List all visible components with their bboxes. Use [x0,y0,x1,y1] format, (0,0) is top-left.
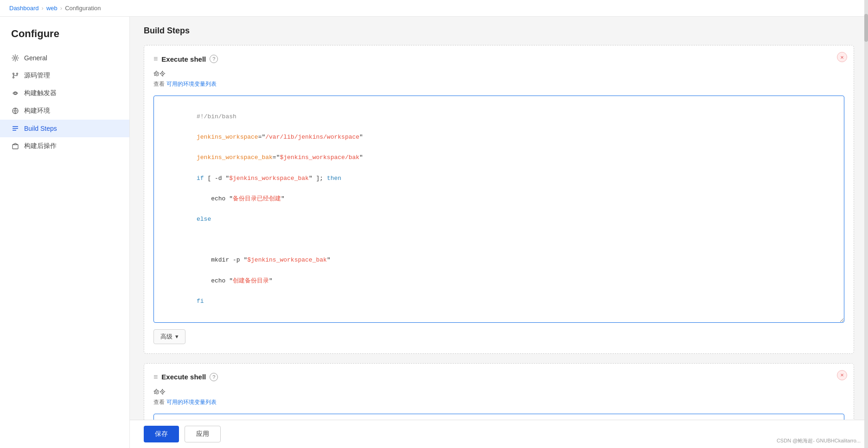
advanced-arrow-1: ▾ [175,333,179,340]
env-link-row-1: 查看 可用的环境变量列表 [153,80,844,92]
sidebar-item-triggers[interactable]: 构建触发器 [0,84,129,102]
close-button-2[interactable]: × [837,370,847,380]
close-button-1[interactable]: × [837,52,847,62]
breadcrumb: Dashboard › web › Configuration [0,0,868,17]
sidebar-item-environment-label: 构建环境 [24,107,50,115]
scrollbar[interactable] [864,0,868,448]
shell-card-1: ≡ Execute shell ? × 命令 查看 可用的环境变量列表 #!/b… [144,45,854,354]
card-header-2: ≡ Execute shell ? [153,373,844,381]
env-link-1[interactable]: 可用的环境变量列表 [166,80,217,88]
globe-icon [11,107,19,115]
gear-icon [11,54,19,62]
svg-point-3 [17,73,18,75]
breadcrumb-sep-2: › [60,5,62,12]
drag-icon-1[interactable]: ≡ [153,55,158,63]
card-title-2: Execute shell [161,373,206,381]
breadcrumb-item-web[interactable]: web [46,5,57,12]
svg-point-0 [14,57,17,59]
env-link-row-2: 查看 可用的环境变量列表 [153,398,844,410]
sidebar-title: Configure [0,24,129,49]
svg-point-2 [13,77,14,78]
svg-point-4 [14,92,16,94]
sidebar-item-post-build[interactable]: 构建后操作 [0,137,129,155]
trigger-icon [11,89,19,97]
svg-point-1 [13,73,14,75]
env-link-prefix-1: 查看 [153,81,165,87]
save-button[interactable]: 保存 [144,426,179,442]
content-area: Build Steps ≡ Execute shell ? × 命令 查看 可用… [130,17,868,448]
box-icon [11,142,19,150]
help-badge-1[interactable]: ? [210,55,218,63]
svg-rect-9 [13,145,18,149]
breadcrumb-sep-1: › [42,5,44,12]
advanced-label-1: 高级 [160,333,172,341]
svg-rect-6 [13,126,18,127]
sidebar: Configure General 源码管理 [0,17,130,448]
env-link-2[interactable]: 可用的环境变量列表 [166,398,217,406]
sidebar-item-build-steps[interactable]: Build Steps [0,120,129,137]
scrollbar-thumb[interactable] [864,14,868,42]
sidebar-item-source-label: 源码管理 [24,71,50,80]
svg-rect-8 [13,130,16,131]
code-block-1: #!/bin/bash jenkins_workspace="/var/lib/… [160,102,837,317]
sidebar-item-triggers-label: 构建触发器 [24,89,57,97]
list-icon [11,124,19,133]
sidebar-item-source[interactable]: 源码管理 [0,67,129,84]
env-link-prefix-2: 查看 [153,399,165,405]
breadcrumb-item-dashboard[interactable]: Dashboard [9,5,39,12]
apply-button[interactable]: 应用 [185,426,221,442]
code-editor-1[interactable]: #!/bin/bash jenkins_workspace="/var/lib/… [153,96,844,323]
command-label-1: 命令 [153,70,844,78]
branch-icon [11,71,19,80]
advanced-btn-1[interactable]: 高级 ▾ [153,329,185,344]
breadcrumb-item-configuration: Configuration [65,5,101,12]
sidebar-item-post-build-label: 构建后操作 [24,142,57,150]
svg-rect-7 [13,128,18,129]
sidebar-item-environment[interactable]: 构建环境 [0,102,129,120]
sidebar-item-build-steps-label: Build Steps [24,125,57,132]
command-label-2: 命令 [153,388,844,396]
section-title: Build Steps [144,26,854,36]
footer-bar: 保存 应用 [130,420,868,448]
card-header-1: ≡ Execute shell ? [153,55,844,63]
sidebar-item-general-label: General [24,54,47,62]
watermark: CSDN @鲍海超- GNUBHCkalitarro... [777,437,861,444]
help-badge-2[interactable]: ? [210,373,218,381]
card-title-1: Execute shell [161,55,206,63]
drag-icon-2[interactable]: ≡ [153,373,158,381]
sidebar-item-general[interactable]: General [0,49,129,67]
